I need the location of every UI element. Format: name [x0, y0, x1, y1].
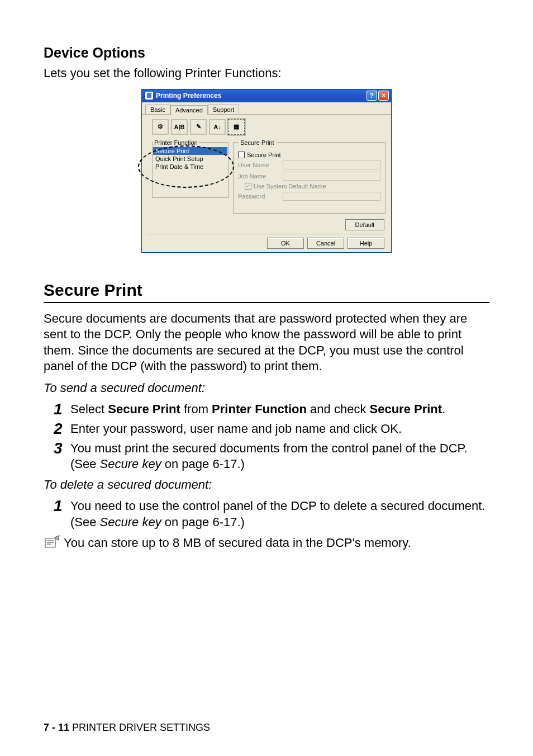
secure-print-group: Secure Print Secure Print User Name Job …: [233, 139, 386, 214]
list-item: 3 You must print the secured documents f…: [54, 441, 489, 472]
secure-print-checkbox-row[interactable]: Secure Print: [238, 152, 380, 158]
step-1-text: Select Secure Print from Printer Functio…: [70, 401, 445, 418]
default-button[interactable]: Default: [345, 219, 384, 230]
delete-step-number-1: 1: [54, 498, 70, 530]
step-number-2: 2: [54, 421, 70, 437]
toolbar: ⚙ A|B ✎ A↓ ▦: [142, 115, 391, 138]
ok-button[interactable]: OK: [267, 238, 304, 249]
secure-print-group-label: Secure Print: [238, 139, 277, 146]
list-item: 1 You need to use the control panel of t…: [54, 498, 489, 530]
intro-text: Lets you set the following Printer Funct…: [44, 65, 489, 81]
to-send-heading: To send a secured document:: [44, 380, 489, 396]
step-number-1: 1: [54, 401, 70, 418]
section-name: PRINTER DRIVER SETTINGS: [72, 722, 210, 733]
printer-function-list[interactable]: Secure Print Quick Print Setup Print Dat…: [153, 147, 227, 171]
to-delete-heading: To delete a secured document:: [44, 477, 489, 493]
toolbar-option-2-icon[interactable]: A|B: [171, 119, 188, 135]
heading-secure-print: Secure Print: [44, 281, 489, 300]
page-number: 7 - 11: [44, 722, 69, 733]
use-system-default-checkbox[interactable]: ✓: [245, 183, 251, 190]
tab-basic[interactable]: Basic: [145, 105, 170, 114]
secure-print-checkbox-label: Secure Print: [247, 152, 281, 158]
use-system-default-label: Use System Default Name: [254, 183, 326, 190]
note-icon: [44, 535, 60, 550]
pf-item-secure-print[interactable]: Secure Print: [153, 147, 227, 155]
list-item: 1 Select Secure Print from Printer Funct…: [54, 401, 489, 418]
page-footer: 7 - 11 PRINTER DRIVER SETTINGS: [44, 722, 210, 734]
user-name-label: User Name: [238, 162, 283, 168]
delete-step-1-text: You need to use the control panel of the…: [70, 498, 489, 530]
toolbar-option-3-icon[interactable]: ✎: [190, 119, 207, 135]
app-icon: [145, 92, 153, 100]
heading-rule: [44, 302, 489, 303]
tab-support[interactable]: Support: [208, 105, 240, 114]
password-label: Password: [238, 193, 283, 200]
heading-device-options: Device Options: [44, 45, 489, 61]
step-2-text: Enter your password, user name and job n…: [70, 421, 402, 437]
pf-item-print-date-time[interactable]: Print Date & Time: [153, 163, 227, 171]
delete-steps-list: 1 You need to use the control panel of t…: [44, 498, 489, 530]
job-name-label: Job Name: [238, 173, 283, 179]
secure-print-checkbox[interactable]: [238, 152, 245, 158]
printing-preferences-dialog: Printing Preferences ? × Basic Advanced …: [141, 89, 392, 253]
titlebar: Printing Preferences ? ×: [142, 89, 391, 102]
step-3-text: You must print the secured documents fro…: [70, 441, 489, 472]
note: You can store up to 8 MB of secured data…: [44, 535, 489, 551]
toolbar-option-4-icon[interactable]: A↓: [209, 119, 226, 135]
help-dialog-button[interactable]: Help: [348, 238, 384, 249]
svg-rect-0: [45, 538, 55, 547]
toolbar-device-options-icon[interactable]: ▦: [228, 119, 245, 135]
step-number-3: 3: [54, 441, 70, 472]
send-steps-list: 1 Select Secure Print from Printer Funct…: [44, 401, 489, 472]
job-name-input[interactable]: [283, 172, 380, 181]
tab-advanced[interactable]: Advanced: [170, 105, 208, 115]
help-button[interactable]: ?: [367, 91, 377, 101]
pf-item-quick-print-setup[interactable]: Quick Print Setup: [153, 155, 227, 163]
password-input[interactable]: [283, 192, 380, 201]
printer-function-group: Printer Function Secure Print Quick Prin…: [152, 139, 229, 198]
note-text: You can store up to 8 MB of secured data…: [64, 535, 411, 551]
window-title: Printing Preferences: [156, 92, 221, 100]
tab-strip: Basic Advanced Support: [142, 102, 391, 115]
list-item: 2 Enter your password, user name and job…: [54, 421, 489, 437]
printer-function-label: Printer Function: [153, 139, 199, 146]
toolbar-option-1-icon[interactable]: ⚙: [152, 119, 169, 135]
cancel-button[interactable]: Cancel: [307, 238, 344, 249]
secure-print-paragraph: Secure documents are documents that are …: [44, 311, 489, 375]
close-button[interactable]: ×: [378, 91, 389, 101]
user-name-input[interactable]: [283, 160, 380, 169]
